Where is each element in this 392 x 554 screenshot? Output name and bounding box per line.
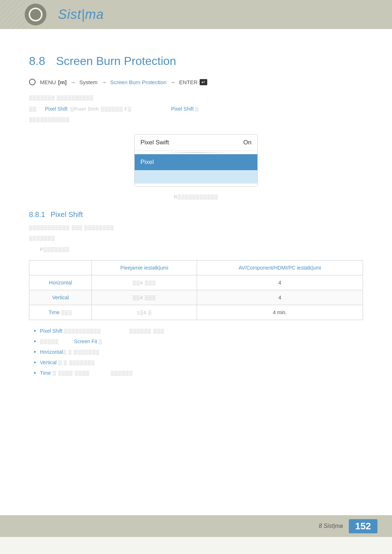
bullet-item-2-text: ▒▒▒▒▒ Screen Fit ▒ xyxy=(40,338,102,345)
system-label: System xyxy=(79,79,98,85)
ui-box-second-item[interactable] xyxy=(135,170,257,184)
ui-box-item-text xyxy=(140,174,142,180)
ui-box-selected-text: Pixel xyxy=(140,159,154,166)
page-footer: 8 Sist|ma 152 xyxy=(0,515,392,537)
sub-section-title: Pixel Shift xyxy=(50,210,83,219)
ui-box-header-value: On xyxy=(243,139,252,146)
ui-box: Pixel Swift On Pixel xyxy=(134,134,258,187)
footer-page-number: 152 xyxy=(349,519,377,533)
section-number: 8.8 xyxy=(29,54,45,68)
header-circle-icon xyxy=(25,4,46,25)
ui-box-header[interactable]: Pixel Swift On xyxy=(135,135,257,151)
pixel-shift-label-right: Pixel Shift xyxy=(171,106,193,112)
svg-rect-1 xyxy=(0,0,25,29)
table-header-col1: Pieejamie iestatk|umi xyxy=(92,260,197,275)
screen-burn-link: Screen Burn Protection xyxy=(110,79,167,85)
sub-body-garbled2: ▒▒▒▒▒▒▒ xyxy=(29,235,363,242)
table-row: Horizontal ▒▒4 ▒▒▒ 4 xyxy=(29,275,363,290)
bullet-item-2: ▒▒▒▒▒ Screen Fit ▒ xyxy=(29,338,363,345)
menu-path: MENU [m] → System → Screen Burn Protecti… xyxy=(29,79,363,85)
ui-box-container: Pixel Swift On Pixel xyxy=(29,134,363,187)
section-heading: 8.8 Screen Burn Protection xyxy=(29,54,363,68)
body-garbled-line1: ▒▒▒▒▒▒▒ ▒▒▒▒▒▒▒▒▒▒ xyxy=(29,94,363,102)
diagonal-decoration xyxy=(0,0,25,29)
page-title: Sist|ma xyxy=(58,7,104,22)
body-line2: ▒▒ Pixel Shift ▒Pixel Shift ▒▒▒▒▒▒ F▒ Pi… xyxy=(29,105,363,113)
pixel-shift-label-inline: Pixel Shift xyxy=(45,106,68,112)
menu-circle-icon xyxy=(29,79,36,85)
top-bar: Sist|ma xyxy=(0,0,392,29)
enter-label: ENTER xyxy=(179,79,198,85)
pixel-shift-table: Pieejamie iestatk|umi AV/Component/HDMI/… xyxy=(29,260,363,320)
region-text: R▒▒▒▒▒▒▒▒▒▒▒ xyxy=(29,194,363,200)
bullet-item-3-text: Horizontal▒ ▒ ▒▒▒▒▒▒▒ xyxy=(40,348,99,356)
table-cell-horizontal-col2: 4 xyxy=(197,275,363,290)
sub-body-small: P▒▒▒▒▒▒▒ xyxy=(40,246,363,253)
table-cell-vertical-col2: 4 xyxy=(197,290,363,305)
bullet-item-1-text: Pixel Shift ▒▒▒▒▒▒▒▒▒▒ ▒▒▒▒▒▒ ▒▒▒ xyxy=(40,327,164,335)
table-cell-vertical-label: Vertical xyxy=(29,290,92,305)
bullet-item-5: Time ▒ ▒▒▒▒ ▒▒▒▒ ▒▒▒▒▒▒ xyxy=(29,369,363,377)
arrow-icon-2: → xyxy=(101,79,107,85)
bullet-item-5-text: Time ▒ ▒▒▒▒ ▒▒▒▒ ▒▒▒▒▒▒ xyxy=(40,369,133,377)
table-cell-time-label: Time ▒▒▒ xyxy=(29,305,92,320)
table-cell-time-col2: 4 min. xyxy=(197,305,363,320)
ui-box-selected-item[interactable]: Pixel xyxy=(135,154,257,170)
enter-icon: ↵ xyxy=(200,79,207,85)
table-cell-horizontal-col1: ▒▒4 ▒▒▒ xyxy=(92,275,197,290)
menu-bracket: [m] xyxy=(58,79,66,85)
body-garbled-line3: ▒▒▒▒▒▒▒▒▒▒▒ xyxy=(29,116,363,124)
menu-word: MENU xyxy=(40,79,56,85)
ui-box-bottom xyxy=(135,184,257,186)
table-row: Vertical ▒▒4 ▒▒▒ 4 xyxy=(29,290,363,305)
bullet-item-1: Pixel Shift ▒▒▒▒▒▒▒▒▒▒ ▒▒▒▒▒▒ ▒▒▒ xyxy=(29,327,363,335)
arrow-icon-1: → xyxy=(70,79,76,85)
table-header-col2: AV/Component/HDMI/PC iestatk|umi xyxy=(197,260,363,275)
ui-box-header-label: Pixel Swift xyxy=(140,139,169,146)
bullet-item-3: Horizontal▒ ▒ ▒▒▒▒▒▒▒ xyxy=(29,348,363,356)
sub-body-garbled1: ▒▒▒▒▒▒▒▒▒▒▒ ▒▒▒ ▒▒▒▒▒▒▒▒ xyxy=(29,224,363,232)
main-content: 8.8 Screen Burn Protection MENU [m] → Sy… xyxy=(0,29,392,537)
table-row: Time ▒▒▒ 1▒4 ▒ 4 min. xyxy=(29,305,363,320)
table-cell-vertical-col1: ▒▒4 ▒▒▒ xyxy=(92,290,197,305)
table-cell-time-col1: 1▒4 ▒ xyxy=(92,305,197,320)
ui-box-divider xyxy=(135,151,257,154)
arrow-icon-3: → xyxy=(170,79,176,85)
sub-section-number: 8.8.1 xyxy=(29,210,45,219)
bullet-item-4: Vertical ▒ ▒ ▒▒▒▒▒▒▒ xyxy=(29,359,363,366)
bullet-item-4-text: Vertical ▒ ▒ ▒▒▒▒▒▒▒ xyxy=(40,359,95,366)
table-cell-horizontal-label: Horizontal xyxy=(29,275,92,290)
footer-section-label: 8 Sist|ma xyxy=(319,523,343,529)
section-title: Screen Burn Protection xyxy=(56,54,176,68)
table-header-empty xyxy=(29,260,92,275)
bullet-list: Pixel Shift ▒▒▒▒▒▒▒▒▒▒ ▒▒▒▒▒▒ ▒▒▒ ▒▒▒▒▒ … xyxy=(29,327,363,377)
sub-section-heading: 8.8.1 Pixel Shift xyxy=(29,210,363,219)
